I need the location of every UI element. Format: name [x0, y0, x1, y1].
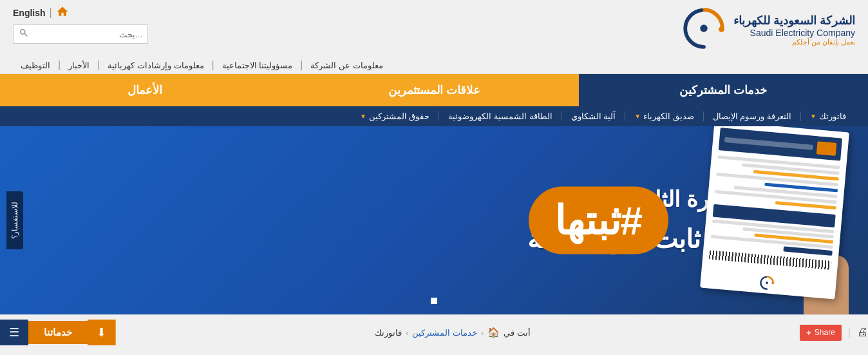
breadcrumb: أنت في 🏠 › خدمات المشتركين › فاتورتك — [375, 327, 531, 338]
svg-point-0 — [700, 24, 708, 32]
svg-point-3 — [771, 282, 773, 284]
logo-text: الشركة السعودية للكهرباء Saudi Electrici… — [733, 14, 855, 46]
search-icon — [19, 28, 29, 41]
tab-business[interactable]: الأعمال — [0, 74, 289, 106]
lang-divider: | — [50, 7, 52, 19]
sub-nav-tariff[interactable]: التعرفة ورسوم الإيصال — [703, 111, 800, 121]
print-icon[interactable]: 🖨 — [857, 326, 868, 339]
sub-nav-complaints-label: آلية الشكاوي — [571, 111, 616, 121]
sub-nav-rights[interactable]: حقوق المشتركين ▼ — [351, 111, 439, 121]
breadcrumb-separator-1: › — [481, 328, 484, 338]
tab-investor-relations[interactable]: علاقات المستثمرين — [289, 74, 578, 106]
side-inquiry-tab[interactable]: للاستفسار؟ — [6, 191, 23, 249]
side-inquiry-label: للاستفسار؟ — [10, 202, 19, 239]
home-icon[interactable] — [56, 5, 69, 21]
bottom-divider: | — [848, 327, 851, 338]
chevron-down-icon-friend: ▼ — [634, 113, 641, 120]
nav-sep-3: | — [97, 59, 100, 71]
share-button[interactable]: + Share — [800, 325, 842, 341]
nav-sep-4: | — [58, 59, 61, 71]
nav-sep-2: | — [212, 59, 214, 71]
paper-logo — [759, 275, 775, 291]
chevron-down-icon-bill: ▼ — [810, 113, 816, 120]
svg-point-1 — [719, 26, 724, 32]
bottom-right-actions: ☰ خدماتنا ⬇ — [0, 320, 116, 345]
sub-nav-complaints[interactable]: آلية الشكاوي — [561, 111, 625, 121]
sub-nav-tariff-label: التعرفة ورسوم الإيصال — [713, 111, 791, 121]
download-button[interactable]: ⬇ — [88, 320, 116, 345]
tab-subscriber-services[interactable]: خدمات المشتركين — [579, 74, 868, 106]
sub-nav-friend-label: صديق الكهرباء — [643, 111, 694, 121]
my-services-button[interactable]: خدماتنا — [28, 321, 88, 344]
sub-nav-bill-label: فاتورتك — [819, 111, 846, 121]
logo-icon — [681, 5, 727, 54]
my-services-label: خدماتنا — [44, 327, 72, 338]
nav-link-company[interactable]: معلومات عن الشركة — [303, 61, 390, 70]
breadcrumb-link-subscribers[interactable]: خدمات المشتركين — [412, 328, 477, 338]
language-label[interactable]: English — [13, 8, 46, 18]
share-plus-icon: + — [806, 328, 811, 338]
svg-point-2 — [766, 282, 768, 284]
nav-sep-1: | — [300, 59, 303, 71]
sub-nav-bill[interactable]: فاتورتك ▼ — [800, 111, 855, 121]
company-english-name: Saudi Electricity Company — [733, 28, 855, 38]
breadcrumb-current-page: فاتورتك — [375, 328, 402, 338]
main-nav: خدمات المشتركين علاقات المستثمرين الأعما… — [0, 74, 868, 106]
sub-nav-rights-label: حقوق المشتركين — [369, 111, 430, 121]
sub-nav-solar[interactable]: الطاقة الشمسية الكهروضوئية — [439, 111, 561, 121]
download-icon: ⬇ — [97, 325, 106, 340]
bottom-bar: + Share | 🖨 أنت في 🏠 › خدمات المشتركين ›… — [0, 314, 868, 350]
sub-nav-friend[interactable]: صديق الكهرباء ▼ — [625, 111, 703, 121]
bottom-left-actions: + Share | 🖨 — [789, 325, 868, 341]
breadcrumb-prefix: أنت في — [504, 328, 531, 338]
sub-nav: فاتورتك ▼ التعرفة ورسوم الإيصال صديق الك… — [0, 106, 868, 126]
nav-link-news[interactable]: الأخبار — [61, 61, 97, 70]
hashtag-text: #ثبتها — [554, 197, 643, 244]
invoice-paper — [700, 126, 849, 300]
invoice-image — [668, 126, 868, 314]
hashtag-bubble: #ثبتها — [529, 187, 668, 254]
chevron-down-icon-rights: ▼ — [360, 113, 366, 120]
breadcrumb-home-icon[interactable]: 🏠 — [487, 327, 500, 338]
nav-links: معلومات عن الشركة | مسؤوليتنا الاجتماعية… — [0, 57, 868, 74]
company-arabic-name: الشركة السعودية للكهرباء — [733, 14, 855, 28]
search-bar — [13, 24, 148, 44]
search-input[interactable] — [29, 30, 142, 39]
company-tagline: نعمل بإتقان من أجلكم — [733, 38, 855, 46]
nav-link-info[interactable]: معلومات وإرشادات كهربائية — [100, 61, 211, 70]
logo: الشركة السعودية للكهرباء Saudi Electrici… — [681, 3, 855, 57]
share-label: Share — [815, 328, 835, 337]
breadcrumb-separator-2: › — [406, 328, 408, 338]
nav-link-jobs[interactable]: التوظيف — [13, 61, 58, 70]
hamburger-icon: ☰ — [9, 325, 19, 340]
hamburger-button[interactable]: ☰ — [0, 320, 28, 345]
hero-banner: للاستفسار؟ سجل بالفاتورة الثابتة... بدفع… — [0, 126, 868, 314]
nav-link-social[interactable]: مسؤوليتنا الاجتماعية — [214, 61, 301, 70]
sub-nav-solar-label: الطاقة الشمسية الكهروضوئية — [448, 111, 552, 121]
hero-indicator-dot — [431, 298, 437, 304]
